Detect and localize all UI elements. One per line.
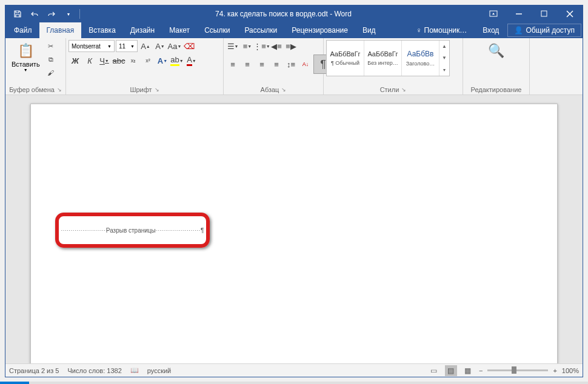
- proofing-icon[interactable]: 📖: [130, 366, 139, 374]
- separator: [79, 9, 80, 19]
- align-center-icon[interactable]: ≡: [241, 58, 254, 70]
- cut-icon[interactable]: ✂: [45, 40, 57, 52]
- tab-references[interactable]: Ссылки: [197, 22, 237, 38]
- tell-me[interactable]: ♀Помощник…: [409, 22, 475, 38]
- tab-layout[interactable]: Макет: [162, 22, 197, 38]
- qat-customize-icon[interactable]: ▼: [61, 7, 76, 21]
- save-icon[interactable]: [10, 7, 25, 21]
- line-spacing-icon[interactable]: ↕≡: [284, 58, 298, 70]
- align-left-icon[interactable]: ≡: [226, 58, 239, 70]
- share-label: Общий доступ: [526, 26, 575, 35]
- share-button[interactable]: 👤Общий доступ: [507, 24, 581, 37]
- tab-design[interactable]: Дизайн: [123, 22, 162, 38]
- styles-more-icon[interactable]: ▲▼▾: [439, 41, 449, 76]
- statusbar: Страница 2 из 5 Число слов: 1382 📖 русск…: [5, 363, 583, 377]
- zoom-value[interactable]: 100%: [562, 367, 579, 374]
- redo-icon[interactable]: [44, 7, 59, 21]
- paragraph-launcher-icon[interactable]: ↘: [281, 87, 286, 93]
- tab-insert[interactable]: Вставка: [81, 22, 123, 38]
- word-window: ▼ 74. как сделать поиск в ворде.odt - Wo…: [5, 5, 583, 377]
- font-size-value: 11: [119, 43, 125, 50]
- text-effects-icon[interactable]: A▼: [156, 55, 169, 67]
- zoom-out-icon[interactable]: −: [479, 367, 483, 374]
- change-case-icon[interactable]: Aa▼: [168, 40, 181, 52]
- group-editing: 🔍 Редактирование: [463, 38, 530, 94]
- share-icon: 👤: [514, 26, 523, 35]
- clear-formatting-icon[interactable]: ⌫: [182, 40, 196, 52]
- zoom-slider[interactable]: [487, 369, 548, 371]
- styles-launcher-icon[interactable]: ↘: [401, 87, 406, 93]
- highlight-callout-page-break: ······················· Разрыв страницы …: [55, 213, 210, 248]
- status-page[interactable]: Страница 2 из 5: [9, 367, 59, 374]
- format-painter-icon[interactable]: 🖌: [45, 67, 57, 79]
- titlebar: ▼ 74. как сделать поиск в ворде.odt - Wo…: [5, 5, 583, 22]
- read-mode-icon[interactable]: ▭: [428, 365, 440, 376]
- search-icon: 🔍: [487, 41, 506, 61]
- close-icon[interactable]: [557, 5, 583, 22]
- shrink-font-icon[interactable]: A▼: [153, 40, 167, 52]
- numbering-icon[interactable]: ≡▼: [241, 40, 254, 52]
- tab-home[interactable]: Главная: [39, 22, 82, 38]
- sign-in[interactable]: Вход: [475, 22, 506, 38]
- window-controls: [481, 5, 583, 22]
- align-right-icon[interactable]: ≡: [255, 58, 269, 70]
- group-clipboard: 📋 Вставить ▼ ✂ ⧉ 🖌 Буфер обмена↘: [5, 38, 66, 94]
- multilevel-icon[interactable]: ⋮≡▼: [255, 40, 269, 52]
- clipboard-launcher-icon[interactable]: ↘: [57, 87, 62, 93]
- bullets-icon[interactable]: ☰▼: [226, 40, 239, 52]
- tab-file[interactable]: Файл: [7, 22, 39, 38]
- ribbon-tabs: Файл Главная Вставка Дизайн Макет Ссылки…: [5, 22, 583, 38]
- dots-right: ·······················: [156, 228, 201, 233]
- quick-access-toolbar: ▼: [5, 7, 86, 21]
- print-layout-icon[interactable]: ▤: [445, 365, 457, 376]
- page-break-indicator: ······················· Разрыв страницы …: [61, 227, 204, 234]
- font-size-combo[interactable]: 11▼: [116, 40, 138, 52]
- status-language[interactable]: русский: [147, 367, 171, 374]
- editing-label: Редактирование: [471, 86, 522, 93]
- ribbon: 📋 Вставить ▼ ✂ ⧉ 🖌 Буфер обмена↘ Montser…: [5, 38, 583, 95]
- justify-icon[interactable]: ≡: [270, 58, 283, 70]
- ribbon-options-icon[interactable]: [481, 5, 506, 22]
- styles-gallery[interactable]: АаБбВвГг ¶ Обычный АаБбВвГг Без интер… А…: [326, 40, 450, 76]
- zoom-thumb[interactable]: [512, 366, 516, 374]
- group-font: Montserrat▼ 11▼ A▲ A▼ Aa▼ ⌫ Ж К Ч▼ abc x…: [66, 38, 224, 94]
- underline-button[interactable]: Ч▼: [98, 55, 111, 67]
- font-color-icon[interactable]: A▼: [185, 55, 198, 67]
- web-layout-icon[interactable]: ▦: [462, 365, 474, 376]
- highlight-icon[interactable]: ab▼: [170, 55, 184, 67]
- grow-font-icon[interactable]: A▲: [139, 40, 152, 52]
- zoom-in-icon[interactable]: +: [553, 367, 556, 374]
- group-styles: АаБбВвГг ¶ Обычный АаБбВвГг Без интер… А…: [324, 38, 463, 94]
- minimize-icon[interactable]: [506, 5, 532, 22]
- font-family-combo[interactable]: Montserrat▼: [68, 40, 115, 52]
- style-normal[interactable]: АаБбВвГг ¶ Обычный: [327, 41, 364, 76]
- subscript-button[interactable]: x₂: [127, 55, 140, 67]
- dots-left: ·······················: [61, 228, 106, 233]
- maximize-icon[interactable]: [532, 5, 557, 22]
- undo-icon[interactable]: [27, 7, 42, 21]
- page-break-label: Разрыв страницы: [106, 227, 156, 234]
- decrease-indent-icon[interactable]: ◀≡: [270, 40, 283, 52]
- italic-button[interactable]: К: [83, 55, 96, 67]
- style-heading[interactable]: АаБбВв Заголово…: [402, 41, 439, 76]
- styles-label: Стили: [380, 86, 399, 93]
- svg-rect-2: [541, 11, 547, 16]
- tell-me-label: Помощник…: [424, 26, 467, 35]
- bold-button[interactable]: Ж: [68, 55, 82, 67]
- pilcrow-mark: ¶: [201, 227, 204, 234]
- sort-icon[interactable]: А↓: [299, 58, 312, 70]
- tab-view[interactable]: Вид: [355, 22, 383, 38]
- paste-button[interactable]: 📋 Вставить ▼: [8, 40, 44, 73]
- increase-indent-icon[interactable]: ≡▶: [284, 40, 298, 52]
- superscript-button[interactable]: x²: [141, 55, 155, 67]
- strike-button[interactable]: abc: [112, 55, 125, 67]
- find-button[interactable]: 🔍: [483, 40, 510, 62]
- status-words[interactable]: Число слов: 1382: [67, 367, 121, 374]
- copy-icon[interactable]: ⧉: [45, 53, 57, 65]
- tab-mailings[interactable]: Рассылки: [237, 22, 284, 38]
- document-title: 74. как сделать поиск в ворде.odt - Word: [86, 10, 481, 18]
- tab-review[interactable]: Рецензирование: [284, 22, 355, 38]
- document-area[interactable]: ······················· Разрыв страницы …: [5, 95, 583, 363]
- font-launcher-icon[interactable]: ↘: [155, 87, 159, 93]
- style-no-spacing[interactable]: АаБбВвГг Без интер…: [364, 41, 402, 76]
